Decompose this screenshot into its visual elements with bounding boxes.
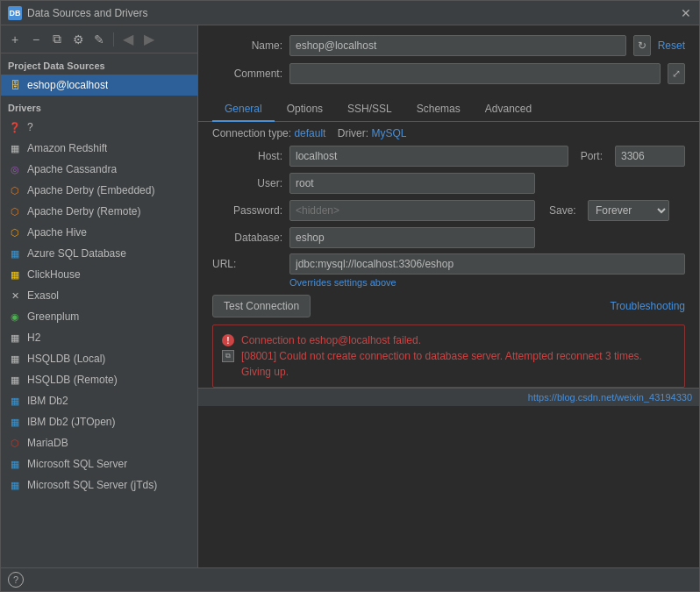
url-section: URL: Overrides settings above: [198, 253, 699, 288]
error-line1: Connection to eshop@localhost failed.: [241, 332, 642, 348]
copy-icon[interactable]: ⧉: [222, 350, 234, 362]
sidebar-item-question[interactable]: ❓ ?: [1, 117, 197, 138]
driver-value[interactable]: MySQL: [371, 127, 406, 139]
sidebar-item-label: ?: [27, 121, 33, 133]
error-line2: [08001] Could not create connection to d…: [241, 348, 642, 364]
duplicate-button[interactable]: ⧉: [48, 31, 66, 48]
sidebar-item-exasol[interactable]: ✕ Exasol: [1, 285, 197, 306]
error-text: Connection to eshop@localhost failed. [0…: [241, 332, 642, 380]
connection-type-value[interactable]: default: [294, 127, 325, 139]
tab-ssh-ssl[interactable]: SSH/SSL: [335, 97, 404, 122]
sidebar-item-label: Microsoft SQL Server (jTds): [27, 479, 157, 491]
sidebar-item-label: eshop@localhost: [27, 79, 108, 91]
reset-button[interactable]: Reset: [658, 39, 685, 52]
cassandra-icon: ◎: [8, 162, 22, 176]
sidebar: + − ⧉ ⚙ ✎ ◀ ▶ Project Data Sources 🗄 esh…: [1, 25, 198, 567]
refresh-icon[interactable]: ↻: [633, 35, 651, 56]
sidebar-item-mssql-jtds[interactable]: ▦ Microsoft SQL Server (jTds): [1, 474, 197, 496]
sidebar-item-eshop[interactable]: 🗄 eshop@localhost: [1, 75, 197, 96]
tab-general[interactable]: General: [212, 97, 275, 122]
host-input[interactable]: [289, 146, 568, 167]
sidebar-item-label: Apache Cassandra: [27, 163, 117, 175]
settings-button[interactable]: ⚙: [69, 31, 87, 48]
tab-schemas[interactable]: Schemas: [404, 97, 473, 122]
name-form-area: Name: ↻ Reset Comment: ⤢: [198, 25, 699, 94]
sidebar-item-ibm-db2[interactable]: ▦ IBM Db2: [1, 390, 197, 411]
troubleshooting-link[interactable]: Troubleshooting: [610, 300, 685, 312]
user-label: User:: [212, 177, 282, 189]
sidebar-item-greenplum[interactable]: ◉ Greenplum: [1, 306, 197, 327]
help-button[interactable]: ?: [8, 572, 24, 588]
comment-input[interactable]: [289, 63, 661, 84]
remove-button[interactable]: −: [27, 31, 45, 48]
sidebar-item-ibm-db2-jtopen[interactable]: ▦ IBM Db2 (JTOpen): [1, 411, 197, 432]
close-button[interactable]: ✕: [680, 7, 692, 19]
error-line3: Giving up.: [241, 364, 642, 380]
mssql-jtds-icon: ▦: [8, 478, 22, 492]
exasol-icon: ✕: [8, 289, 22, 303]
edit-button[interactable]: ✎: [90, 31, 108, 48]
sidebar-item-azure[interactable]: ▦ Azure SQL Database: [1, 243, 197, 264]
sidebar-item-label: HSQLDB (Remote): [27, 374, 118, 386]
sidebar-item-derby-rem[interactable]: ⬡ Apache Derby (Remote): [1, 201, 197, 222]
forward-button[interactable]: ▶: [140, 31, 158, 48]
url-input[interactable]: [289, 253, 685, 275]
name-input[interactable]: [289, 35, 626, 56]
password-label: Password:: [212, 204, 282, 217]
main-window: DB Data Sources and Drivers ✕ + − ⧉ ⚙ ✎ …: [0, 0, 700, 592]
sidebar-item-hsqldb-remote[interactable]: ▦ HSQLDB (Remote): [1, 369, 197, 390]
database-row: Database:: [212, 226, 685, 249]
test-connection-button[interactable]: Test Connection: [212, 295, 311, 317]
redshift-icon: ▦: [8, 141, 22, 155]
sidebar-item-label: HSQLDB (Local): [27, 353, 105, 365]
password-input[interactable]: [289, 200, 535, 221]
port-input[interactable]: [615, 146, 685, 167]
sidebar-item-mssql[interactable]: ▦ Microsoft SQL Server: [1, 453, 197, 474]
content-area: + − ⧉ ⚙ ✎ ◀ ▶ Project Data Sources 🗄 esh…: [1, 25, 699, 567]
main-panel: Name: ↻ Reset Comment: ⤢ General Options…: [198, 25, 699, 567]
sidebar-item-hsqldb-local[interactable]: ▦ HSQLDB (Local): [1, 348, 197, 369]
sidebar-item-hive[interactable]: ⬡ Apache Hive: [1, 222, 197, 243]
derby-rem-icon: ⬡: [8, 204, 22, 218]
user-row: User:: [212, 172, 685, 195]
ibm-db2-jtopen-icon: ▦: [8, 415, 22, 429]
sidebar-item-label: H2: [27, 332, 40, 344]
error-icon: !: [222, 334, 234, 346]
override-text: Overrides settings above: [212, 277, 685, 288]
connection-type-label: Connection type:: [212, 127, 291, 139]
mssql-icon: ▦: [8, 457, 22, 471]
driver-label: Driver:: [338, 127, 368, 139]
sidebar-item-label: Amazon Redshift: [27, 142, 107, 154]
url-row: URL:: [212, 253, 685, 275]
ibm-db2-icon: ▦: [8, 394, 22, 408]
sidebar-item-label: Microsoft SQL Server: [27, 458, 127, 470]
sidebar-item-derby-emb[interactable]: ⬡ Apache Derby (Embedded): [1, 180, 197, 201]
user-input[interactable]: [289, 173, 535, 194]
sidebar-item-clickhouse[interactable]: ▦ ClickHouse: [1, 264, 197, 285]
connection-type-row: Connection type: default Driver: MySQL: [198, 122, 699, 145]
name-row: Name: ↻ Reset: [212, 34, 685, 57]
sidebar-item-label: Apache Derby (Remote): [27, 205, 140, 218]
hsqldb-remote-icon: ▦: [8, 373, 22, 387]
save-select[interactable]: Forever For session Never: [588, 200, 669, 221]
sidebar-item-cassandra[interactable]: ◎ Apache Cassandra: [1, 159, 197, 180]
tab-options[interactable]: Options: [275, 97, 335, 122]
database-input[interactable]: [289, 227, 535, 248]
port-label: Port:: [581, 150, 603, 162]
database-label: Database:: [212, 232, 282, 244]
hive-icon: ⬡: [8, 225, 22, 239]
back-button[interactable]: ◀: [119, 31, 137, 48]
watermark-text: https://blog.csdn.net/weixin_43194330: [528, 392, 692, 403]
sidebar-item-mariadb[interactable]: ⬡ MariaDB: [1, 432, 197, 453]
bottom-bar: ?: [1, 567, 699, 591]
add-button[interactable]: +: [6, 31, 24, 48]
window-title: Data Sources and Drivers: [27, 7, 680, 19]
comment-expand-icon[interactable]: ⤢: [668, 63, 685, 84]
fields-section: Host: Port: User: Password: Save: Foreve…: [198, 145, 699, 249]
sidebar-item-redshift[interactable]: ▦ Amazon Redshift: [1, 138, 197, 159]
tab-advanced[interactable]: Advanced: [473, 97, 544, 122]
h2-icon: ▦: [8, 331, 22, 345]
sidebar-item-label: IBM Db2: [27, 395, 68, 407]
test-connection-row: Test Connection Troubleshooting: [198, 288, 699, 325]
sidebar-item-h2[interactable]: ▦ H2: [1, 327, 197, 348]
